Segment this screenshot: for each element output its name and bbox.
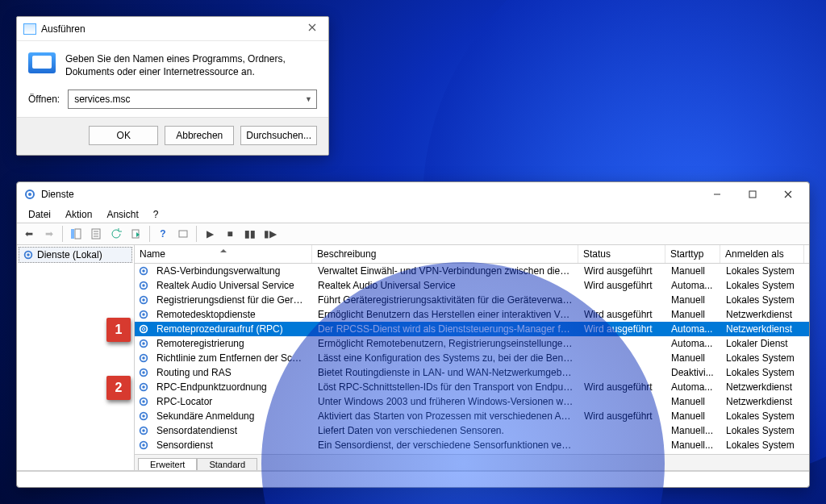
svg-point-17 (142, 313, 145, 316)
back-icon[interactable]: ⬅ (20, 225, 38, 243)
svg-point-1 (28, 193, 31, 196)
menubar: Datei Aktion Ansicht ? (17, 206, 809, 223)
cancel-button[interactable]: Abbrechen (165, 126, 234, 145)
table-row[interactable]: RAS-VerbindungsverwaltungVerwaltet Einwä… (135, 264, 809, 278)
table-row[interactable]: Remoteprozeduraufruf (RPC)Der RPCSS-Dien… (135, 322, 809, 336)
cell-logon: Lokales System (721, 294, 805, 306)
svg-point-23 (142, 356, 145, 360)
table-row[interactable]: RPC-LocatorUnter Windows 2003 und früher… (135, 394, 809, 409)
browse-button[interactable]: Durchsuchen... (240, 126, 317, 145)
stop-icon[interactable]: ■ (221, 225, 239, 243)
cell-starttype: Automa... (666, 323, 721, 335)
help-icon[interactable]: ? (154, 225, 172, 243)
pause-icon[interactable]: ▮▮ (241, 225, 259, 243)
cell-description: Führt Geräteregistrierungsaktivitäten fü… (313, 294, 579, 306)
services-title: Dienste (41, 189, 699, 200)
cell-logon: Lokaler Dienst (721, 338, 805, 349)
cell-logon: Lokales System (721, 265, 805, 277)
properties-icon[interactable] (87, 225, 105, 243)
statusbar (17, 471, 809, 487)
cell-name: Registrierungsdienst für die Geräteverw.… (152, 294, 313, 306)
cell-starttype: Automa... (666, 280, 721, 291)
menu-view[interactable]: Ansicht (100, 207, 144, 222)
cell-description: Aktiviert das Starten von Prozessen mit … (313, 410, 579, 422)
svg-point-29 (142, 400, 145, 403)
table-row[interactable]: Sekundäre AnmeldungAktiviert das Starten… (135, 409, 809, 423)
col-status[interactable]: Status (578, 245, 665, 263)
cell-description: Bietet Routingdienste in LAN- und WAN-Ne… (313, 367, 579, 378)
cell-name: RPC-Endpunktzuordnung (152, 381, 313, 393)
toolbar-icon[interactable] (174, 225, 192, 243)
svg-point-25 (142, 371, 145, 374)
maximize-button[interactable] (735, 183, 770, 206)
cell-name: Remoteregistrierung (152, 338, 313, 349)
col-name[interactable]: Name (135, 245, 312, 263)
cell-starttype: Manuell (666, 410, 721, 422)
cell-name: RAS-Verbindungsverwaltung (152, 265, 313, 277)
menu-file[interactable]: Datei (22, 207, 57, 222)
restart-icon[interactable]: ▮▶ (261, 225, 279, 243)
cell-description: Ein Sensordienst, der verschiedene Senso… (313, 439, 579, 451)
close-button[interactable] (770, 183, 806, 206)
tab-extended[interactable]: Erweitert (138, 458, 197, 470)
cell-description: Realtek Audio Universal Service (313, 280, 579, 291)
open-input[interactable] (73, 93, 288, 106)
cell-name: Remotedesktopdienste (152, 309, 313, 320)
tree-pane: Dienste (Lokal) (17, 245, 135, 470)
col-logon[interactable]: Anmelden als (720, 245, 804, 263)
close-icon[interactable] (298, 16, 327, 39)
ok-button[interactable]: OK (89, 126, 158, 145)
toolbar: ⬅ ➡ ? ▶ ■ ▮▮ ▮▶ (17, 223, 809, 245)
cell-starttype: Manuell (666, 309, 721, 320)
cell-description: Liefert Daten von verschiedenen Sensoren… (313, 425, 579, 436)
column-headers: Name Beschreibung Status Starttyp Anmeld… (135, 245, 809, 264)
table-row[interactable]: SensordatendienstLiefert Daten von versc… (135, 423, 809, 438)
cell-logon: Netzwerkdienst (721, 323, 805, 335)
cell-status: Wird ausgeführt (579, 309, 666, 320)
cell-logon: Lokales System (721, 410, 805, 422)
table-row[interactable]: Realtek Audio Universal ServiceRealtek A… (135, 278, 809, 293)
cell-name: Sekundäre Anmeldung (152, 410, 313, 422)
cell-name: Remoteprozeduraufruf (RPC) (152, 323, 313, 335)
separator-icon (196, 226, 197, 242)
cell-status: Wird ausgeführt (579, 323, 666, 335)
table-row[interactable]: SensordienstEin Sensordienst, der versch… (135, 438, 809, 452)
gear-icon (138, 410, 149, 422)
chevron-down-icon[interactable]: ▼ (305, 95, 312, 103)
refresh-icon[interactable] (107, 225, 125, 243)
table-row[interactable]: RemotedesktopdiensteErmöglicht Benutzern… (135, 307, 809, 322)
cell-description: Unter Windows 2003 und früheren Windows-… (313, 396, 579, 407)
svg-point-15 (142, 298, 145, 302)
forward-icon[interactable]: ➡ (40, 225, 58, 243)
start-icon[interactable]: ▶ (201, 225, 219, 243)
table-row[interactable]: RemoteregistrierungErmöglicht Remotebenu… (135, 336, 809, 351)
cell-logon: Lokales System (721, 425, 805, 436)
cell-logon: Netzwerkdienst (721, 309, 805, 320)
cell-logon: Lokales System (721, 280, 805, 291)
export-icon[interactable] (127, 225, 145, 243)
col-description[interactable]: Beschreibung (312, 245, 578, 263)
run-titlebar[interactable]: Ausführen (17, 17, 328, 41)
cell-logon: Netzwerkdienst (721, 381, 805, 393)
tree-node-services-local[interactable]: Dienste (Lokal) (19, 247, 132, 263)
run-description: Geben Sie den Namen eines Programms, Ord… (65, 52, 317, 78)
services-titlebar[interactable]: Dienste (17, 182, 809, 206)
table-row[interactable]: RPC-EndpunktzuordnungLöst RPC-Schnittste… (135, 380, 809, 394)
cell-starttype: Deaktivi... (666, 367, 721, 378)
tree-node-label: Dienste (Lokal) (37, 249, 102, 260)
menu-help[interactable]: ? (147, 207, 165, 222)
svg-point-9 (27, 253, 30, 256)
gear-icon (138, 265, 149, 277)
gear-icon (138, 381, 149, 393)
col-starttype[interactable]: Starttyp (665, 245, 720, 263)
menu-action[interactable]: Aktion (59, 207, 98, 222)
show-hide-tree-icon[interactable] (67, 225, 85, 243)
table-row[interactable]: Routing und RASBietet Routingdienste in … (135, 365, 809, 380)
table-row[interactable]: Richtlinie zum Entfernen der ScmartcardL… (135, 351, 809, 365)
rows-container[interactable]: RAS-VerbindungsverwaltungVerwaltet Einwä… (135, 264, 809, 454)
cell-logon: Lokales System (721, 367, 805, 378)
table-row[interactable]: Registrierungsdienst für die Geräteverw.… (135, 293, 809, 307)
open-combobox[interactable]: ▼ (68, 90, 317, 109)
tab-standard[interactable]: Standard (197, 458, 257, 470)
minimize-button[interactable] (699, 183, 735, 206)
